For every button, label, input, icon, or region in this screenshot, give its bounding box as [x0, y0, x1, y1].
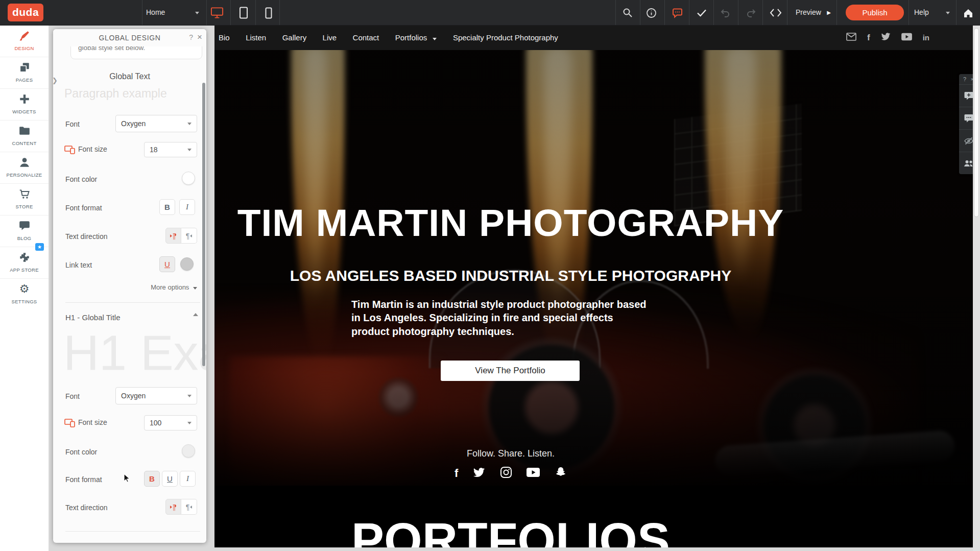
youtube-icon[interactable] [527, 467, 540, 480]
hero-section[interactable]: TIM MARTIN PHOTOGRAPHY LOS ANGELES BASED… [214, 50, 973, 511]
bold-button[interactable]: B [159, 199, 175, 215]
h1-ltr-direction-button[interactable]: ¶ [165, 499, 181, 515]
site-nav-bar: Bio Listen Gallery Live Contact Portfoli… [214, 25, 973, 50]
preview-label: Preview [796, 8, 821, 16]
nav-link-listen[interactable]: Listen [246, 25, 266, 50]
mouse-cursor [123, 473, 132, 486]
ltr-direction-button[interactable]: ¶ [165, 228, 181, 244]
snapchat-icon[interactable] [555, 466, 567, 481]
duda-logo[interactable]: duda [8, 4, 43, 21]
nav-link-contact[interactable]: Contact [353, 25, 379, 50]
desktop-view-button[interactable] [210, 6, 224, 19]
canvas-scrollbar-thumb[interactable] [974, 28, 979, 217]
save-check-icon[interactable] [695, 6, 708, 19]
chevron-down-icon [187, 149, 192, 151]
comments-mode-icon[interactable] [671, 6, 684, 19]
twitter-icon[interactable] [881, 32, 891, 43]
page-selector[interactable]: Home [146, 0, 203, 25]
preview-button[interactable]: Preview ▶ [796, 0, 831, 25]
puzzle-icon [0, 251, 49, 263]
h1-section-heading: H1 - Global Title [65, 313, 121, 322]
play-icon: ▶ [827, 10, 831, 15]
panel-close-icon[interactable]: × [197, 32, 202, 42]
undo-icon[interactable] [719, 6, 732, 19]
brush-icon [0, 30, 49, 42]
h1-font-color-swatch[interactable] [182, 444, 195, 458]
font-color-swatch[interactable] [182, 172, 195, 185]
youtube-icon[interactable] [901, 33, 912, 43]
font-size-select[interactable]: 18 [144, 142, 197, 157]
facebook-icon[interactable]: f [867, 33, 870, 43]
site-preview-canvas[interactable]: TIM MARTIN PHOTOGRAPHY LOS ANGELES BASED… [214, 25, 973, 547]
nav-link-gallery[interactable]: Gallery [282, 25, 307, 50]
hero-subtitle[interactable]: LOS ANGELES BASED INDUSTRIAL STYLE PHOTO… [214, 267, 807, 284]
hero-description[interactable]: Tim Martin is an industrial style produc… [351, 298, 647, 338]
global-design-panel: global style set below. GLOBAL DESIGN ? … [53, 29, 206, 543]
help-menu[interactable]: Help [914, 0, 954, 25]
portfolios-heading[interactable]: PORTFOLIOS [214, 512, 807, 547]
twitter-icon[interactable] [473, 466, 485, 481]
sidebar-item-store[interactable]: STORE [0, 183, 49, 215]
section-divider [65, 302, 200, 303]
sidebar-item-label: PERSONALIZE [7, 172, 42, 178]
italic-button[interactable]: I [179, 199, 195, 215]
info-icon[interactable] [644, 6, 658, 19]
portfolios-section[interactable]: PORTFOLIOS [214, 486, 973, 547]
dashboard-home-icon[interactable] [962, 6, 975, 19]
follow-share-listen-text[interactable]: Follow. Share. Listen. [214, 448, 807, 459]
mobile-view-button[interactable] [262, 6, 275, 19]
help-label: Help [914, 0, 929, 25]
sidebar-item-design[interactable]: DESIGN [0, 25, 49, 57]
nav-link-bio[interactable]: Bio [219, 25, 230, 50]
sidebar-item-app-store[interactable]: APP STORE ★ [0, 247, 49, 279]
global-text-heading: Global Text [53, 72, 206, 81]
sidebar-item-widgets[interactable]: WIDGETS [0, 88, 49, 121]
panel-title: GLOBAL DESIGN [53, 34, 206, 42]
facebook-icon[interactable]: f [455, 467, 458, 480]
rtl-direction-button[interactable]: ¶ [181, 228, 197, 244]
nav-link-specialty[interactable]: Specialty Product Photography [453, 25, 558, 50]
sidebar-item-label: PAGES [16, 77, 33, 83]
h1-rtl-direction-button[interactable]: ¶ [181, 499, 197, 515]
dev-mode-icon[interactable] [769, 6, 782, 19]
link-text-label: Link text [65, 261, 92, 269]
canvas-scrollbar[interactable] [973, 25, 980, 551]
h1-underline-button[interactable]: U [162, 471, 178, 487]
email-icon[interactable] [846, 33, 856, 43]
publish-button[interactable]: Publish [846, 5, 904, 20]
sidebar-item-pages[interactable]: PAGES [0, 57, 49, 89]
sidebar-item-personalize[interactable]: PERSONALIZE [0, 152, 49, 184]
h1-collapse-chevron-icon[interactable] [193, 313, 198, 316]
view-portfolio-button[interactable]: View The Portfolio [441, 361, 580, 381]
sidebar-item-settings[interactable]: ⚙ SETTINGS [0, 278, 49, 312]
panel-header: GLOBAL DESIGN ? × [53, 29, 206, 46]
device-sizes-icon [64, 146, 76, 156]
instagram-icon[interactable] [500, 466, 512, 481]
underline-button[interactable]: U [159, 256, 175, 272]
tablet-view-button[interactable] [237, 6, 250, 19]
sidebar-item-content[interactable]: CONTENT [0, 120, 49, 152]
h1-bold-button[interactable]: B [144, 471, 160, 487]
panel-scrollbar-thumb[interactable] [202, 83, 205, 366]
h1-font-select[interactable]: Oxygen [115, 387, 197, 404]
linkedin-icon[interactable]: in [923, 33, 929, 42]
nav-link-portfolios[interactable]: Portfolios [395, 25, 437, 50]
nav-link-live[interactable]: Live [323, 25, 337, 50]
toolbar-help-icon[interactable]: ? [963, 76, 966, 82]
hero-title[interactable]: TIM MARTIN PHOTOGRAPHY [214, 201, 807, 245]
font-select[interactable]: Oxygen [115, 115, 197, 132]
link-color-swatch[interactable] [180, 257, 194, 271]
new-feature-badge: ★ [35, 243, 44, 251]
redo-icon[interactable] [745, 6, 758, 19]
search-icon[interactable] [621, 6, 634, 19]
sidebar-item-blog[interactable]: BLOG [0, 215, 49, 247]
speech-bubble-icon [0, 220, 49, 232]
cart-icon [0, 188, 49, 200]
editor-top-bar: duda Home [0, 0, 980, 26]
h1-italic-button[interactable]: I [180, 471, 196, 487]
h1-font-size-select[interactable]: 100 [144, 415, 197, 430]
more-options-link[interactable]: More options [151, 283, 197, 291]
text-direction-label: Text direction [65, 232, 107, 241]
panel-help-icon[interactable]: ? [189, 33, 193, 41]
font-format-label: Font format [65, 204, 102, 212]
